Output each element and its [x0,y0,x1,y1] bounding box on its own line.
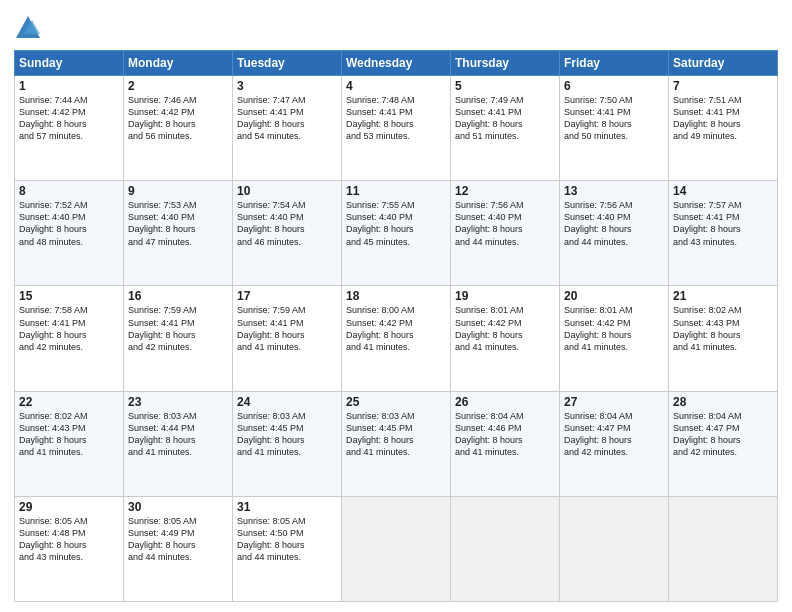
calendar-cell: 30Sunrise: 8:05 AMSunset: 4:49 PMDayligh… [124,496,233,601]
cell-info: Sunrise: 8:03 AMSunset: 4:45 PMDaylight:… [237,410,337,459]
cell-info: Sunrise: 8:04 AMSunset: 4:47 PMDaylight:… [564,410,664,459]
calendar-cell: 4Sunrise: 7:48 AMSunset: 4:41 PMDaylight… [342,76,451,181]
calendar-cell [342,496,451,601]
cell-info: Sunrise: 8:01 AMSunset: 4:42 PMDaylight:… [564,304,664,353]
day-number: 30 [128,500,228,514]
cell-info: Sunrise: 8:04 AMSunset: 4:47 PMDaylight:… [673,410,773,459]
cell-info: Sunrise: 8:05 AMSunset: 4:48 PMDaylight:… [19,515,119,564]
day-number: 23 [128,395,228,409]
week-row-5: 29Sunrise: 8:05 AMSunset: 4:48 PMDayligh… [15,496,778,601]
cell-info: Sunrise: 7:52 AMSunset: 4:40 PMDaylight:… [19,199,119,248]
day-number: 29 [19,500,119,514]
day-number: 31 [237,500,337,514]
cell-info: Sunrise: 7:57 AMSunset: 4:41 PMDaylight:… [673,199,773,248]
calendar-cell: 14Sunrise: 7:57 AMSunset: 4:41 PMDayligh… [669,181,778,286]
day-header-thursday: Thursday [451,51,560,76]
cell-info: Sunrise: 7:59 AMSunset: 4:41 PMDaylight:… [128,304,228,353]
cell-info: Sunrise: 7:51 AMSunset: 4:41 PMDaylight:… [673,94,773,143]
day-number: 28 [673,395,773,409]
calendar-cell: 24Sunrise: 8:03 AMSunset: 4:45 PMDayligh… [233,391,342,496]
day-number: 1 [19,79,119,93]
cell-info: Sunrise: 8:02 AMSunset: 4:43 PMDaylight:… [19,410,119,459]
calendar-cell [451,496,560,601]
calendar-cell: 17Sunrise: 7:59 AMSunset: 4:41 PMDayligh… [233,286,342,391]
day-number: 19 [455,289,555,303]
day-number: 2 [128,79,228,93]
day-number: 15 [19,289,119,303]
calendar-cell: 2Sunrise: 7:46 AMSunset: 4:42 PMDaylight… [124,76,233,181]
calendar-cell: 19Sunrise: 8:01 AMSunset: 4:42 PMDayligh… [451,286,560,391]
day-number: 14 [673,184,773,198]
week-row-3: 15Sunrise: 7:58 AMSunset: 4:41 PMDayligh… [15,286,778,391]
cell-info: Sunrise: 7:56 AMSunset: 4:40 PMDaylight:… [564,199,664,248]
day-number: 10 [237,184,337,198]
page: SundayMondayTuesdayWednesdayThursdayFrid… [0,0,792,612]
calendar-cell: 25Sunrise: 8:03 AMSunset: 4:45 PMDayligh… [342,391,451,496]
day-header-friday: Friday [560,51,669,76]
cell-info: Sunrise: 7:54 AMSunset: 4:40 PMDaylight:… [237,199,337,248]
cell-info: Sunrise: 7:56 AMSunset: 4:40 PMDaylight:… [455,199,555,248]
day-number: 27 [564,395,664,409]
cell-info: Sunrise: 7:48 AMSunset: 4:41 PMDaylight:… [346,94,446,143]
cell-info: Sunrise: 7:50 AMSunset: 4:41 PMDaylight:… [564,94,664,143]
day-number: 7 [673,79,773,93]
cell-info: Sunrise: 8:01 AMSunset: 4:42 PMDaylight:… [455,304,555,353]
calendar-cell: 23Sunrise: 8:03 AMSunset: 4:44 PMDayligh… [124,391,233,496]
calendar-cell: 12Sunrise: 7:56 AMSunset: 4:40 PMDayligh… [451,181,560,286]
calendar-cell: 28Sunrise: 8:04 AMSunset: 4:47 PMDayligh… [669,391,778,496]
logo [14,14,46,42]
calendar-cell: 7Sunrise: 7:51 AMSunset: 4:41 PMDaylight… [669,76,778,181]
cell-info: Sunrise: 8:00 AMSunset: 4:42 PMDaylight:… [346,304,446,353]
day-number: 5 [455,79,555,93]
cell-info: Sunrise: 7:58 AMSunset: 4:41 PMDaylight:… [19,304,119,353]
day-number: 22 [19,395,119,409]
cell-info: Sunrise: 7:49 AMSunset: 4:41 PMDaylight:… [455,94,555,143]
cell-info: Sunrise: 7:55 AMSunset: 4:40 PMDaylight:… [346,199,446,248]
calendar-cell: 16Sunrise: 7:59 AMSunset: 4:41 PMDayligh… [124,286,233,391]
calendar-cell: 21Sunrise: 8:02 AMSunset: 4:43 PMDayligh… [669,286,778,391]
day-number: 3 [237,79,337,93]
calendar-cell: 6Sunrise: 7:50 AMSunset: 4:41 PMDaylight… [560,76,669,181]
day-number: 16 [128,289,228,303]
cell-info: Sunrise: 7:53 AMSunset: 4:40 PMDaylight:… [128,199,228,248]
day-number: 13 [564,184,664,198]
week-row-1: 1Sunrise: 7:44 AMSunset: 4:42 PMDaylight… [15,76,778,181]
calendar-cell: 31Sunrise: 8:05 AMSunset: 4:50 PMDayligh… [233,496,342,601]
day-header-sunday: Sunday [15,51,124,76]
calendar-cell: 5Sunrise: 7:49 AMSunset: 4:41 PMDaylight… [451,76,560,181]
cell-info: Sunrise: 8:04 AMSunset: 4:46 PMDaylight:… [455,410,555,459]
day-header-saturday: Saturday [669,51,778,76]
day-number: 4 [346,79,446,93]
calendar-cell: 13Sunrise: 7:56 AMSunset: 4:40 PMDayligh… [560,181,669,286]
calendar-cell: 9Sunrise: 7:53 AMSunset: 4:40 PMDaylight… [124,181,233,286]
day-header-wednesday: Wednesday [342,51,451,76]
calendar-cell: 29Sunrise: 8:05 AMSunset: 4:48 PMDayligh… [15,496,124,601]
cell-info: Sunrise: 8:03 AMSunset: 4:45 PMDaylight:… [346,410,446,459]
cell-info: Sunrise: 7:59 AMSunset: 4:41 PMDaylight:… [237,304,337,353]
day-number: 11 [346,184,446,198]
week-row-4: 22Sunrise: 8:02 AMSunset: 4:43 PMDayligh… [15,391,778,496]
calendar-cell: 15Sunrise: 7:58 AMSunset: 4:41 PMDayligh… [15,286,124,391]
calendar-cell: 3Sunrise: 7:47 AMSunset: 4:41 PMDaylight… [233,76,342,181]
cell-info: Sunrise: 8:02 AMSunset: 4:43 PMDaylight:… [673,304,773,353]
cell-info: Sunrise: 8:05 AMSunset: 4:50 PMDaylight:… [237,515,337,564]
calendar-cell: 11Sunrise: 7:55 AMSunset: 4:40 PMDayligh… [342,181,451,286]
day-number: 20 [564,289,664,303]
cell-info: Sunrise: 7:46 AMSunset: 4:42 PMDaylight:… [128,94,228,143]
cell-info: Sunrise: 7:44 AMSunset: 4:42 PMDaylight:… [19,94,119,143]
calendar-cell: 20Sunrise: 8:01 AMSunset: 4:42 PMDayligh… [560,286,669,391]
calendar-cell: 27Sunrise: 8:04 AMSunset: 4:47 PMDayligh… [560,391,669,496]
cell-info: Sunrise: 8:03 AMSunset: 4:44 PMDaylight:… [128,410,228,459]
calendar-cell: 22Sunrise: 8:02 AMSunset: 4:43 PMDayligh… [15,391,124,496]
calendar-cell [560,496,669,601]
day-number: 6 [564,79,664,93]
day-number: 24 [237,395,337,409]
calendar-cell: 26Sunrise: 8:04 AMSunset: 4:46 PMDayligh… [451,391,560,496]
header [14,10,778,42]
week-row-2: 8Sunrise: 7:52 AMSunset: 4:40 PMDaylight… [15,181,778,286]
logo-icon [14,14,42,42]
calendar-cell: 1Sunrise: 7:44 AMSunset: 4:42 PMDaylight… [15,76,124,181]
day-number: 25 [346,395,446,409]
calendar-cell: 8Sunrise: 7:52 AMSunset: 4:40 PMDaylight… [15,181,124,286]
header-row: SundayMondayTuesdayWednesdayThursdayFrid… [15,51,778,76]
